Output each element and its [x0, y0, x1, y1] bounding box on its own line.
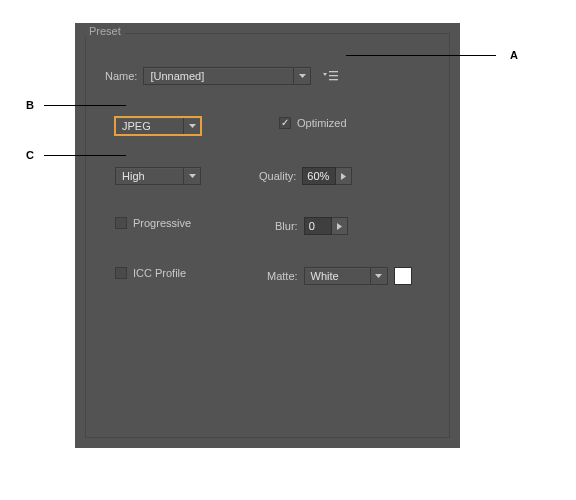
callout-c-label: C	[26, 149, 34, 161]
svg-marker-8	[337, 223, 342, 230]
matte-label: Matte:	[267, 270, 298, 282]
chevron-down-icon	[183, 118, 200, 134]
optimized-checkbox[interactable]: Optimized	[279, 117, 347, 129]
svg-rect-2	[329, 71, 338, 72]
quality-level-value: High	[122, 170, 145, 182]
svg-marker-9	[375, 274, 382, 278]
callout-b: B	[26, 99, 126, 111]
checkbox-box	[115, 267, 127, 279]
blur-value[interactable]: 0	[304, 217, 332, 235]
preset-legend: Preset	[85, 25, 125, 37]
quality-spinner[interactable]: 60%	[302, 167, 352, 185]
name-dropdown[interactable]: [Unnamed]	[143, 67, 311, 85]
preset-menu-icon[interactable]	[321, 68, 341, 84]
blur-spinner[interactable]: 0	[304, 217, 348, 235]
format-value: JPEG	[122, 120, 151, 132]
name-value: [Unnamed]	[150, 70, 204, 82]
name-label: Name:	[105, 70, 137, 82]
svg-rect-3	[329, 75, 338, 76]
spinner-arrow-icon[interactable]	[336, 167, 352, 185]
chevron-down-icon	[370, 268, 387, 284]
checkbox-box	[115, 217, 127, 229]
format-dropdown[interactable]: JPEG	[115, 117, 201, 135]
quality-level-dropdown[interactable]: High	[115, 167, 201, 185]
callout-b-label: B	[26, 99, 34, 111]
checkbox-box	[279, 117, 291, 129]
progressive-checkbox[interactable]: Progressive	[115, 217, 191, 229]
matte-dropdown[interactable]: White	[304, 267, 388, 285]
quality-label: Quality:	[259, 170, 296, 182]
svg-marker-6	[189, 174, 196, 178]
svg-marker-5	[189, 124, 196, 128]
quality-value[interactable]: 60%	[302, 167, 336, 185]
svg-marker-1	[323, 73, 327, 76]
icc-profile-checkbox[interactable]: ICC Profile	[115, 267, 186, 279]
matte-value: White	[311, 270, 339, 282]
preset-fieldset	[85, 33, 450, 438]
optimized-label: Optimized	[297, 117, 347, 129]
blur-label: Blur:	[275, 220, 298, 232]
svg-marker-7	[341, 173, 346, 180]
svg-marker-0	[299, 74, 306, 78]
preset-panel: Preset Name: [Unnamed] JPEG	[75, 23, 460, 448]
progressive-label: Progressive	[133, 217, 191, 229]
chevron-down-icon	[183, 168, 200, 184]
svg-rect-4	[329, 79, 338, 80]
icc-label: ICC Profile	[133, 267, 186, 279]
spinner-arrow-icon[interactable]	[332, 217, 348, 235]
callout-a-label: A	[510, 49, 518, 61]
chevron-down-icon	[293, 68, 310, 84]
callout-c: C	[26, 149, 126, 161]
callout-a: A	[346, 49, 518, 61]
matte-swatch[interactable]	[394, 267, 412, 285]
